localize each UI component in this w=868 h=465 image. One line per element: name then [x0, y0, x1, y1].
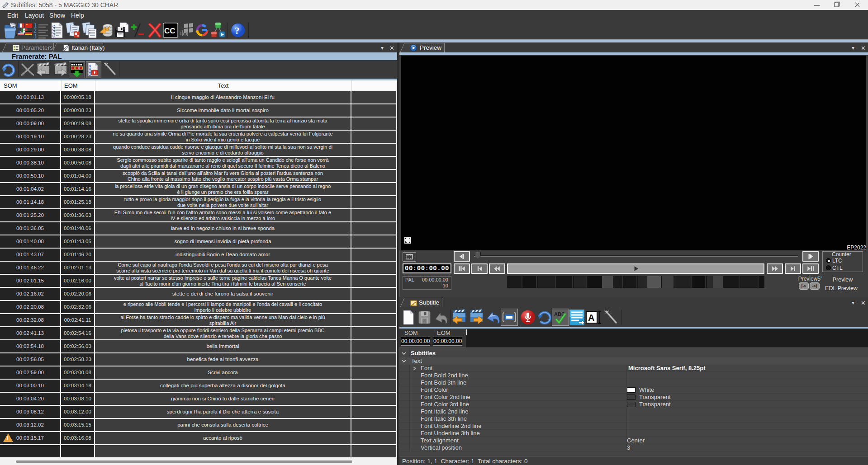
svg-text:3: 3 — [33, 33, 37, 39]
svg-text:A: A — [588, 313, 594, 323]
svg-text:CC: CC — [164, 27, 175, 35]
svg-text:?: ? — [235, 25, 240, 36]
